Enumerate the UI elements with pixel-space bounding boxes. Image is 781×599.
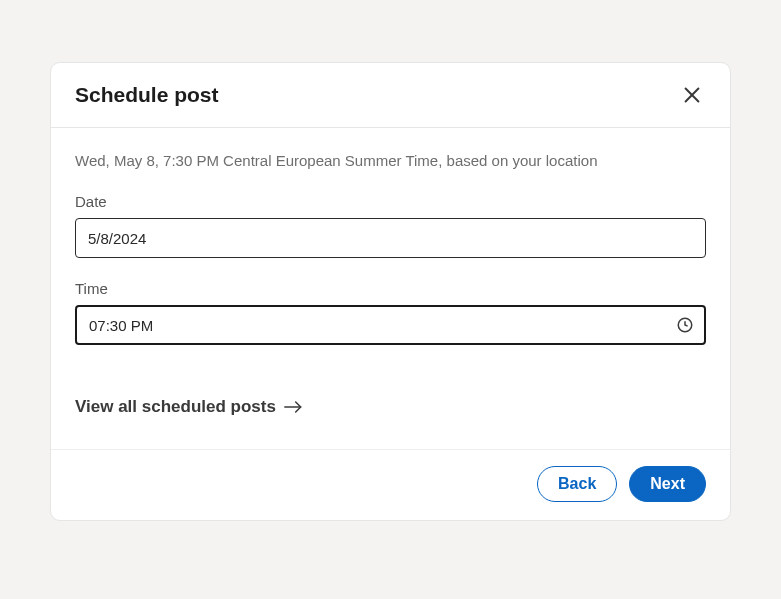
view-all-label: View all scheduled posts	[75, 397, 276, 417]
modal-header: Schedule post	[51, 63, 730, 128]
time-field-group: Time	[75, 280, 706, 345]
modal-footer: Back Next	[51, 449, 730, 520]
arrow-right-icon	[284, 400, 304, 414]
date-input[interactable]	[75, 218, 706, 258]
view-all-scheduled-posts-link[interactable]: View all scheduled posts	[75, 397, 304, 417]
date-label: Date	[75, 193, 706, 210]
time-input[interactable]	[75, 305, 706, 345]
clock-icon	[676, 316, 694, 334]
modal-title: Schedule post	[75, 83, 219, 107]
time-label: Time	[75, 280, 706, 297]
back-button[interactable]: Back	[537, 466, 617, 502]
close-icon	[681, 84, 703, 106]
next-button[interactable]: Next	[629, 466, 706, 502]
time-input-wrapper	[75, 305, 706, 345]
schedule-post-modal: Schedule post Wed, May 8, 7:30 PM Centra…	[50, 62, 731, 521]
date-field-group: Date	[75, 193, 706, 258]
timezone-info: Wed, May 8, 7:30 PM Central European Sum…	[75, 152, 706, 169]
modal-body: Wed, May 8, 7:30 PM Central European Sum…	[51, 128, 730, 449]
close-button[interactable]	[678, 81, 706, 109]
